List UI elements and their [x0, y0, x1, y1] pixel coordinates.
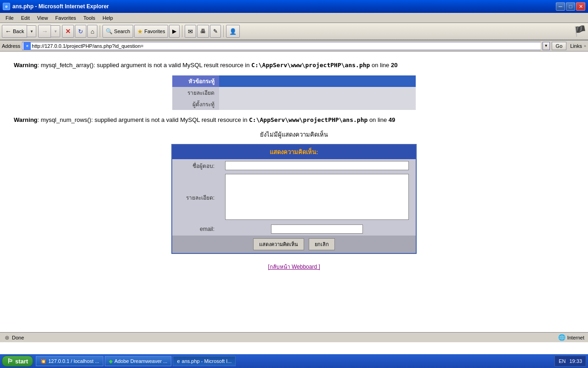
media-icon: ▶: [172, 28, 176, 34]
form-detail-label-cell: รายละเอียด:: [172, 172, 218, 223]
status-bar: ◎ Done 🌐 Internet: [0, 332, 588, 342]
form-detail-row: รายละเอียด:: [172, 172, 416, 223]
search-label: Search: [114, 29, 130, 34]
search-button[interactable]: 🔍 Search: [102, 25, 133, 38]
mail-icon: ✉: [188, 28, 193, 35]
messenger-icon: 👤: [229, 28, 237, 35]
form-email-label-cell: email:: [172, 223, 218, 236]
cancel-button[interactable]: ยกเลิก: [309, 238, 335, 250]
edit-button[interactable]: ✎: [210, 25, 221, 38]
warning1-lineno: 20: [391, 62, 397, 69]
refresh-icon: ↻: [78, 28, 83, 35]
back-link-section: [กลับหน้า Webboard ]: [14, 262, 574, 271]
form-wrapper: แสดงความคิดเห็น: ชื่อผู้ตอบ: รายละเอียด:: [171, 144, 417, 254]
home-icon: ⌂: [90, 28, 94, 35]
table-row-1: หัวข้อกระทู้: [172, 75, 416, 87]
form-detail-input-cell: [218, 172, 416, 223]
forward-button[interactable]: →: [38, 25, 51, 38]
menu-tools[interactable]: Tools: [80, 14, 99, 22]
stop-icon: ✕: [65, 28, 71, 35]
mail-button[interactable]: ✉: [185, 25, 196, 38]
warning1-suffix: on line: [370, 62, 391, 69]
back-button[interactable]: ← Back: [2, 25, 27, 38]
comment-form-section: แสดงความคิดเห็น: ชื่อผู้ตอบ: รายละเอียด:: [14, 144, 574, 255]
back-dropdown[interactable]: ▼: [27, 25, 36, 37]
media-button[interactable]: ▶: [169, 25, 180, 38]
email-input[interactable]: [271, 224, 363, 234]
home-button[interactable]: ⌂: [87, 25, 97, 38]
go-button[interactable]: Go: [552, 42, 567, 50]
warning2-lineno: 49: [389, 116, 395, 123]
warning2-code: C:\AppServ\www\projectPHP\ans.php: [249, 116, 368, 123]
address-input[interactable]: [32, 42, 540, 50]
warning1-code: C:\AppServ\www\projectPHP\ans.php: [251, 62, 370, 69]
menu-edit[interactable]: Edit: [17, 14, 34, 22]
back-label: Back: [13, 29, 24, 34]
close-button[interactable]: ✕: [576, 2, 585, 11]
address-bar: Address e ▼ Go Links »: [0, 40, 588, 52]
status-text: Done: [12, 335, 24, 340]
favorites-label: Favorites: [144, 29, 165, 34]
links-label: Links: [570, 43, 582, 49]
form-detail-label: รายละเอียด:: [186, 195, 215, 201]
window-title: ans.php - Microsoft Internet Explorer: [12, 3, 109, 10]
forward-arrow-icon: →: [41, 28, 48, 35]
separator-3: [223, 25, 224, 37]
table-cell-topic-value: [219, 75, 416, 87]
info-table: หัวข้อกระทู้ รายละเอียด ผู้ตั้งกระทู้: [172, 75, 416, 110]
edit-icon: ✎: [213, 28, 218, 34]
table-cell-detail-label: รายละเอียด: [172, 87, 219, 98]
print-button[interactable]: 🖶: [197, 25, 209, 38]
minimize-button[interactable]: ─: [556, 2, 565, 11]
menu-view[interactable]: View: [34, 14, 52, 22]
back-arrow-icon: ←: [5, 28, 11, 35]
table-cell-poster-label: ผู้ตั้งกระทู้: [172, 98, 219, 110]
messenger-button[interactable]: 👤: [226, 25, 240, 38]
maximize-button[interactable]: □: [566, 2, 575, 11]
back-link[interactable]: [กลับหน้า Webboard ]: [268, 264, 320, 270]
table-cell-topic-label: หัวข้อกระทู้: [172, 75, 219, 87]
status-page-icon: ◎: [4, 334, 10, 341]
links-chevron-icon: »: [584, 44, 586, 48]
form-email-input-cell: [218, 223, 416, 236]
address-dropdown[interactable]: ▼: [543, 42, 550, 50]
table-cell-poster-value: [219, 98, 416, 110]
form-name-label: ชื่อผู้ตอบ:: [192, 163, 215, 169]
separator-1: [100, 25, 100, 37]
refresh-button[interactable]: ↻: [75, 25, 86, 38]
warning-1: Warning: mysql_fetch_array(): supplied a…: [14, 61, 574, 70]
form-buttons-row: แสดงความคิดเห็น ยกเลิก: [172, 236, 416, 253]
form-title-cell: แสดงความคิดเห็น:: [172, 145, 416, 159]
print-icon: 🖶: [200, 28, 206, 34]
content-area: Warning: mysql_fetch_array(): supplied a…: [0, 52, 588, 332]
detail-textarea[interactable]: [225, 174, 409, 220]
form-title: แสดงความคิดเห็น:: [270, 149, 318, 155]
menu-bar: File Edit View Favorites Tools Help: [0, 13, 588, 23]
no-comment-text: ยังไม่มีผู้แสดงความคิดเห็น: [260, 131, 328, 138]
form-table: แสดงความคิดเห็น: ชื่อผู้ตอบ: รายละเอียด:: [172, 145, 416, 253]
stop-button[interactable]: ✕: [62, 25, 74, 38]
menu-file[interactable]: File: [2, 14, 17, 22]
form-email-label: email:: [200, 226, 215, 232]
table-cell-detail-value: [219, 87, 416, 98]
favorites-button[interactable]: ★ Favorites: [134, 25, 168, 38]
warning-2: Warning: mysql_num_rows(): supplied argu…: [14, 115, 574, 125]
address-label: Address: [2, 43, 20, 49]
warning2-text: : mysql_num_rows(): supplied argument is…: [38, 116, 249, 123]
menu-help[interactable]: Help: [99, 14, 117, 22]
form-name-label-cell: ชื่อผู้ตอบ:: [172, 159, 218, 172]
page-icon: e: [23, 42, 31, 50]
forward-dropdown[interactable]: ▼: [51, 25, 60, 37]
form-buttons-cell: แสดงความคิดเห็น ยกเลิก: [172, 236, 416, 253]
status-left: ◎ Done: [4, 334, 24, 341]
submit-button[interactable]: แสดงความคิดเห็น: [253, 238, 304, 250]
name-input[interactable]: [225, 161, 409, 170]
warning1-bold: Warning: [14, 62, 38, 69]
ie-icon: e: [3, 3, 10, 10]
form-name-row: ชื่อผู้ตอบ:: [172, 159, 416, 172]
menu-favorites[interactable]: Favorites: [51, 14, 79, 22]
form-email-row: email:: [172, 223, 416, 236]
warning1-text: : mysql_fetch_array(): supplied argument…: [38, 62, 252, 69]
warning2-bold: Warning: [14, 116, 38, 123]
title-bar: e ans.php - Microsoft Internet Explorer …: [0, 0, 588, 13]
